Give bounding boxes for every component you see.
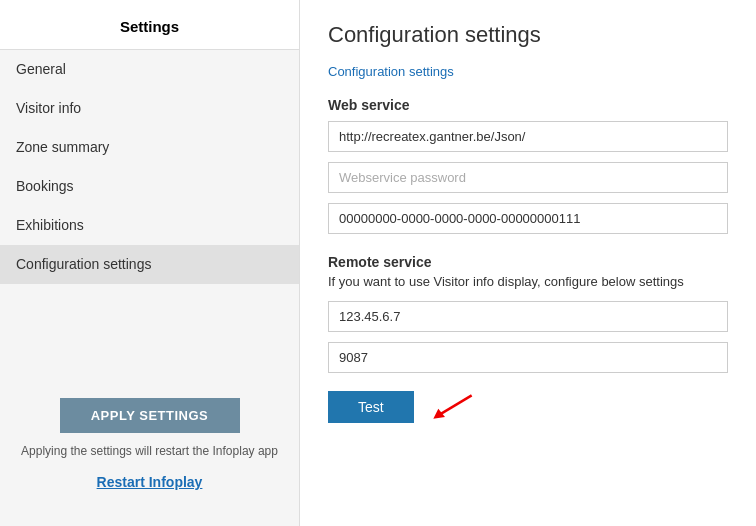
test-button-row: Test <box>328 391 728 423</box>
sidebar-item-general[interactable]: General <box>0 50 299 89</box>
sidebar-item-label: Zone summary <box>16 139 109 155</box>
apply-settings-button[interactable]: APPLY SETTINGS <box>60 398 240 433</box>
sidebar-item-label: Visitor info <box>16 100 81 116</box>
sidebar-item-label: Configuration settings <box>16 256 151 272</box>
sidebar-item-label: Exhibitions <box>16 217 84 233</box>
sidebar-nav: General Visitor info Zone summary Bookin… <box>0 50 299 382</box>
sidebar-item-bookings[interactable]: Bookings <box>0 167 299 206</box>
page-title: Configuration settings <box>328 22 728 48</box>
remote-service-label: Remote service <box>328 254 728 270</box>
webservice-password-input[interactable] <box>328 162 728 193</box>
sidebar-bottom: APPLY SETTINGS Applying the settings wil… <box>0 382 299 506</box>
sidebar-item-visitor-info[interactable]: Visitor info <box>0 89 299 128</box>
sidebar-item-label: General <box>16 61 66 77</box>
apply-note: Applying the settings will restart the I… <box>21 443 278 460</box>
arrow-indicator <box>430 392 480 422</box>
sidebar-title: Settings <box>0 0 299 50</box>
sidebar-item-configuration-settings[interactable]: Configuration settings <box>0 245 299 284</box>
web-service-input[interactable] <box>328 121 728 152</box>
sidebar-item-label: Bookings <box>16 178 74 194</box>
main-content: Configuration settings Configuration set… <box>300 0 756 526</box>
sidebar-item-exhibitions[interactable]: Exhibitions <box>0 206 299 245</box>
sidebar: Settings General Visitor info Zone summa… <box>0 0 300 526</box>
port-input[interactable] <box>328 342 728 373</box>
ip-address-input[interactable] <box>328 301 728 332</box>
web-service-label: Web service <box>328 97 728 113</box>
uuid-input[interactable] <box>328 203 728 234</box>
remote-service-note: If you want to use Visitor info display,… <box>328 274 728 289</box>
breadcrumb: Configuration settings <box>328 64 728 79</box>
svg-line-0 <box>438 395 471 415</box>
red-arrow-icon <box>430 392 480 422</box>
sidebar-item-zone-summary[interactable]: Zone summary <box>0 128 299 167</box>
restart-infoplay-link[interactable]: Restart Infoplay <box>97 474 203 490</box>
test-button[interactable]: Test <box>328 391 414 423</box>
